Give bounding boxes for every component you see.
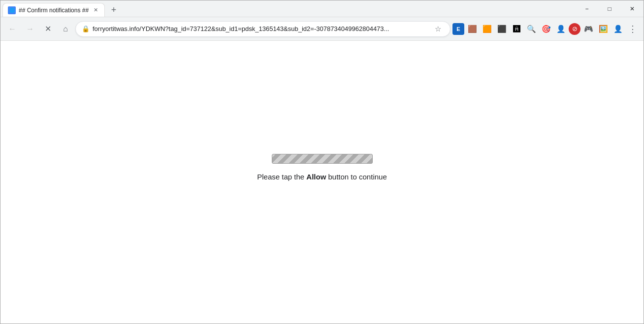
- new-tab-button[interactable]: +: [107, 3, 121, 17]
- page-content: Please tap the Allow button to continue: [0, 41, 644, 324]
- tab-strip: 🌐 ## Confirm notifications ## ✕ +: [2, 0, 576, 17]
- maximize-button[interactable]: □: [598, 0, 621, 17]
- lock-icon: 🔒: [82, 25, 90, 32]
- forward-button[interactable]: →: [22, 21, 38, 37]
- bookmark-button[interactable]: ☆: [431, 23, 444, 35]
- home-button[interactable]: ⌂: [58, 21, 73, 37]
- ext-icon-9[interactable]: ⊘: [569, 23, 580, 35]
- ext-icon-10[interactable]: 🎮: [581, 22, 595, 36]
- ext-icon-1[interactable]: E: [452, 23, 464, 35]
- progress-bar: [272, 154, 373, 164]
- tab-title: ## Confirm notifications ##: [19, 7, 89, 14]
- address-text: forryortitwas.info/YDKWN?tag_id=737122&s…: [93, 25, 428, 32]
- tab-favicon: 🌐: [8, 6, 16, 14]
- minimize-button[interactable]: −: [576, 0, 598, 17]
- extension-icons: E 🟫 🟧 ⬛ 🅰 🔍 🎯 👤 ⊘ 🎮 🖼️ 👤 ⋮: [452, 22, 640, 36]
- ext-icon-5[interactable]: 🅰: [510, 22, 523, 36]
- ext-icon-4[interactable]: ⬛: [495, 22, 509, 36]
- profile-button[interactable]: 👤: [611, 22, 625, 36]
- address-bar[interactable]: 🔒 forryortitwas.info/YDKWN?tag_id=737122…: [75, 21, 451, 37]
- tab-close-button[interactable]: ✕: [92, 6, 99, 14]
- ext-icon-2[interactable]: 🟫: [465, 22, 479, 36]
- back-button[interactable]: ←: [4, 21, 20, 37]
- more-options-button[interactable]: ⋮: [626, 22, 640, 36]
- ext-icon-6[interactable]: 🔍: [524, 22, 538, 36]
- notification-instruction: Please tap the Allow button to continue: [257, 173, 387, 181]
- browser-window: 🌐 ## Confirm notifications ## ✕ + − □ ✕ …: [0, 0, 644, 324]
- active-tab[interactable]: 🌐 ## Confirm notifications ## ✕: [2, 3, 105, 17]
- ext-icon-7[interactable]: 🎯: [539, 22, 553, 36]
- reload-button[interactable]: ✕: [40, 21, 56, 37]
- titlebar: 🌐 ## Confirm notifications ## ✕ + − □ ✕: [0, 0, 644, 17]
- ext-icon-11[interactable]: 🖼️: [596, 22, 610, 36]
- toolbar: ← → ✕ ⌂ 🔒 forryortitwas.info/YDKWN?tag_i…: [0, 17, 644, 41]
- close-button[interactable]: ✕: [621, 0, 644, 17]
- ext-icon-8[interactable]: 👤: [554, 22, 568, 36]
- window-controls: − □ ✕: [576, 0, 644, 17]
- ext-icon-3[interactable]: 🟧: [480, 22, 494, 36]
